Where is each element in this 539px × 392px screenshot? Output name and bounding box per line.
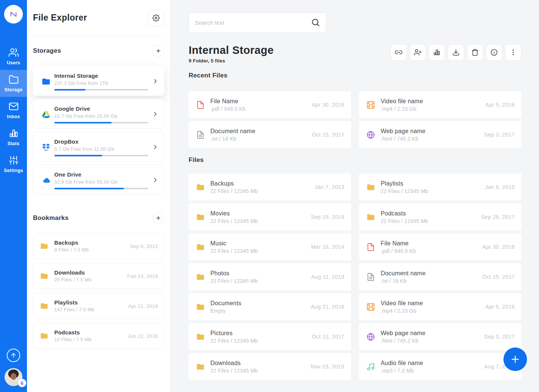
storage-card-internal-storage[interactable]: Internal Storage 237.2 Gb Free from 1Tb xyxy=(33,66,164,96)
file-detail: 22 Files / 12345 Mb xyxy=(210,337,312,344)
storage-usage-bar xyxy=(54,155,148,156)
add-file-fab[interactable] xyxy=(503,347,527,371)
video-icon xyxy=(366,303,375,311)
rail-item-label: Stats xyxy=(7,141,19,146)
action-more[interactable] xyxy=(505,44,521,61)
pdf-icon xyxy=(366,243,375,251)
action-user-plus[interactable] xyxy=(409,44,426,61)
action-download[interactable] xyxy=(448,44,464,61)
file-row-documents[interactable]: Documents Empty Aug 21, 2016 xyxy=(189,293,351,320)
file-date: Oct 15, 2017 xyxy=(482,274,515,280)
bookmark-card-backups[interactable]: Backups 8 Files / 7.5 Mb Sep 8, 2012 xyxy=(33,233,164,259)
action-info[interactable] xyxy=(486,44,502,61)
file-name: Podcasts xyxy=(381,209,481,218)
file-date: Jan 7, 2013 xyxy=(315,184,344,190)
bookmark-card-downloads[interactable]: Downloads 25 Files / 7.5 Mb Feb 23, 2018 xyxy=(33,263,164,289)
rail-item-storage[interactable]: Storage xyxy=(0,70,27,97)
bookmarks-section-header: Bookmarks xyxy=(33,203,164,233)
file-detail: 22 Files / 12345 Mb xyxy=(210,248,311,255)
search-icon[interactable] xyxy=(311,18,320,27)
file-row-playlists[interactable]: Playlists 22 Files / 12345 Mb Jan 8, 201… xyxy=(359,174,521,200)
file-name: Video file name xyxy=(381,97,485,105)
recent-files-header: Recent Files xyxy=(189,72,521,79)
storage-detail: 5.7 Gb Free from 11.00 Gb xyxy=(54,146,148,153)
file-row-video-file-name[interactable]: Video file name .mp4 / 2.23 Gb Apr 5, 20… xyxy=(359,293,521,320)
file-detail: 22 Files / 12345 Mb xyxy=(210,188,315,195)
action-link[interactable] xyxy=(390,44,407,61)
add-bookmark-button[interactable] xyxy=(152,212,164,224)
chevron-right-icon[interactable] xyxy=(152,144,159,150)
file-detail: .pdf / 548.5 Kb xyxy=(381,248,482,255)
folder-icon xyxy=(196,243,205,251)
file-date: Nov 23, 2015 xyxy=(311,364,344,370)
bookmark-date: Feb 23, 2018 xyxy=(127,273,158,279)
bookmark-card-podcasts[interactable]: Podcasts 10 Files / 7.5 Mb Jun 22, 2016 xyxy=(33,323,164,349)
left-rail: Users Storage Inbox Stats Settings xyxy=(0,0,27,392)
folder-icon xyxy=(40,332,48,340)
bar-chart-icon xyxy=(433,49,441,56)
rail-item-settings[interactable]: Settings xyxy=(0,151,27,178)
bookmark-date: Sep 8, 2012 xyxy=(130,244,158,249)
rail-item-users[interactable]: Users xyxy=(0,43,27,70)
bookmark-name: Backups xyxy=(54,239,130,246)
file-row-downloads[interactable]: Downloads 22 Files / 12345 Mb Nov 23, 20… xyxy=(189,353,351,380)
download-icon xyxy=(452,49,460,56)
recent-file-video-file-name[interactable]: Video file name .mp4 / 2.23 Gb Apr 5, 20… xyxy=(359,91,521,118)
file-detail: .txt / 18 Kb xyxy=(210,135,312,143)
doc-icon xyxy=(366,273,375,281)
user-avatar[interactable]: 6 xyxy=(4,368,22,386)
chevron-right-icon[interactable] xyxy=(152,177,159,183)
video-icon xyxy=(366,101,375,109)
file-row-movies[interactable]: Movies 22 Files / 12345 Mb Sep 16, 2018 xyxy=(189,203,351,230)
folder-icon xyxy=(366,213,375,221)
file-row-backups[interactable]: Backups 22 Files / 12345 Mb Jan 7, 2013 xyxy=(189,174,351,200)
bookmarks-title: Bookmarks xyxy=(33,214,68,222)
file-name: Downloads xyxy=(210,359,311,367)
bookmark-detail: 8 Files / 7.5 Mb xyxy=(54,246,130,253)
folder-icon xyxy=(366,183,375,192)
storage-card-google-drive[interactable]: Google Drive 15.7 Gb Free from 25.00 Gb xyxy=(33,99,164,129)
recent-file-web-page-name[interactable]: Web page name .html / 745.2 Kb Sep 3, 20… xyxy=(359,121,521,148)
file-detail: .html / 745.2 Kb xyxy=(381,135,484,143)
search-input[interactable] xyxy=(195,19,311,26)
file-row-podcasts[interactable]: Podcasts 22 Files / 12345 Mb Sep 26, 201… xyxy=(359,203,521,230)
action-trash[interactable] xyxy=(467,44,483,61)
file-name: Document name xyxy=(210,127,312,135)
storage-card-one-drive[interactable]: One Drive 32.9 Gb Free from 55.00 Gb xyxy=(33,165,164,195)
folder-icon xyxy=(196,303,205,311)
bookmark-detail: 25 Files / 7.5 Mb xyxy=(54,276,127,283)
file-row-photos[interactable]: Photos 22 Files / 12345 Mb Aug 11, 2019 xyxy=(189,263,351,290)
search-box[interactable] xyxy=(189,12,326,33)
chevron-right-icon[interactable] xyxy=(152,78,159,85)
recent-file-document-name[interactable]: Document name .txt / 18 Kb Oct 15, 2017 xyxy=(189,121,351,148)
file-row-pictures[interactable]: Pictures 22 Files / 12345 Mb Oct 12, 201… xyxy=(189,323,351,350)
file-row-music[interactable]: Music 22 Files / 12345 Mb Mar 18, 2014 xyxy=(189,233,351,260)
folder-outline-icon xyxy=(9,74,19,85)
file-name: Documents xyxy=(210,299,311,307)
file-row-document-name[interactable]: Document name .txt / 18 Kb Oct 15, 2017 xyxy=(359,263,521,290)
add-storage-button[interactable] xyxy=(152,45,164,57)
rail-item-stats[interactable]: Stats xyxy=(0,124,27,151)
recent-file-file-name[interactable]: File Name .pdf / 548.5 Kb Apr 30, 2016 xyxy=(189,91,351,118)
sidebar: File Explorer Storages Internal Storage … xyxy=(27,0,171,392)
info-icon xyxy=(490,49,498,56)
scroll-top-button[interactable] xyxy=(7,349,20,362)
app-logo[interactable] xyxy=(4,5,23,24)
chevron-right-icon[interactable] xyxy=(152,111,159,117)
inbox-icon xyxy=(9,101,19,111)
plus-icon xyxy=(155,215,161,221)
file-date: Apr 5, 2016 xyxy=(485,102,515,108)
storage-name: DropBox xyxy=(54,138,148,146)
storage-detail: 15.7 Gb Free from 25.00 Gb xyxy=(54,113,148,120)
file-date: Aug 11, 2019 xyxy=(311,274,344,280)
file-row-audio-file-name[interactable]: Audio file name .mp3 / 7.3 Mb Aug 7, 201… xyxy=(359,353,521,380)
web-icon xyxy=(366,131,375,139)
action-bar-chart[interactable] xyxy=(429,44,445,61)
storage-card-dropbox[interactable]: DropBox 5.7 Gb Free from 11.00 Gb xyxy=(33,132,164,162)
file-row-file-name[interactable]: File Name .pdf / 548.5 Kb Apr 30, 2016 xyxy=(359,233,521,260)
file-row-web-page-name[interactable]: Web page name .html / 745.2 Kb Sep 3, 20… xyxy=(359,323,521,350)
settings-button[interactable] xyxy=(148,10,164,26)
rail-item-inbox[interactable]: Inbox xyxy=(0,97,27,124)
bookmark-card-playlists[interactable]: Playlists 147 Files / 7.5 Mb Apr 21, 201… xyxy=(33,293,164,319)
storage-name: One Drive xyxy=(54,171,148,178)
